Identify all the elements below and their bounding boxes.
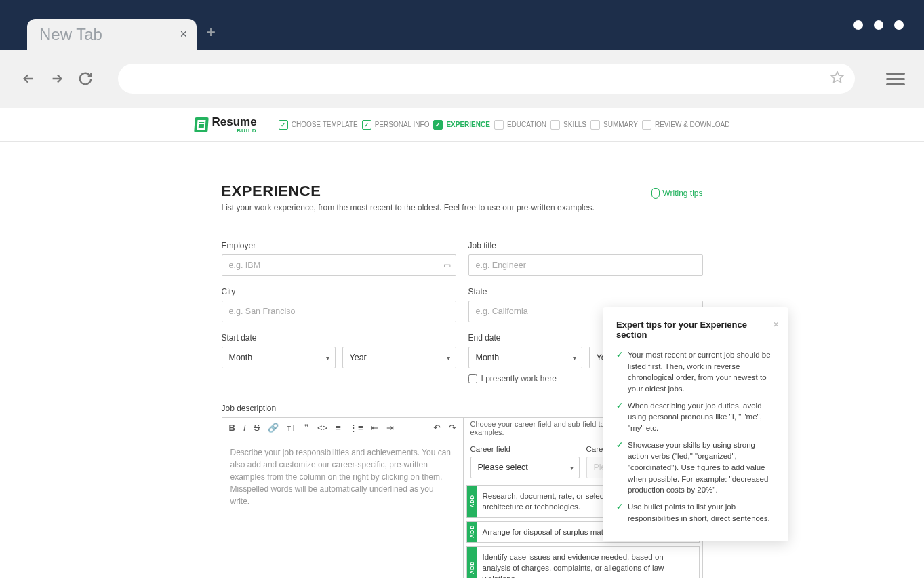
logo[interactable]: Resume BUILD xyxy=(195,115,257,134)
forward-icon[interactable] xyxy=(47,69,66,88)
presently-work-checkbox[interactable] xyxy=(468,374,477,383)
editor-textarea[interactable]: Describe your job responsibilities and a… xyxy=(222,438,463,574)
logo-subtext: BUILD xyxy=(212,128,257,134)
tip-item: Use bullet points to list your job respo… xyxy=(616,501,775,524)
city-input[interactable] xyxy=(222,301,456,322)
contact-card-icon: ▭ xyxy=(443,261,451,270)
tips-title: Expert tips for your Experience section xyxy=(616,320,775,340)
employer-input[interactable] xyxy=(222,254,456,276)
close-icon[interactable]: × xyxy=(773,318,779,330)
menu-icon[interactable] xyxy=(886,73,905,85)
writing-tips-link[interactable]: Writing tips xyxy=(651,188,702,199)
field-employer: Employer ▭ xyxy=(222,241,456,276)
reload-icon[interactable] xyxy=(76,69,95,88)
browser-tab[interactable]: New Tab × xyxy=(27,19,197,50)
example-item[interactable]: ADD Identify case issues and evidence ne… xyxy=(466,546,700,578)
page-title: EXPERIENCE xyxy=(222,182,703,200)
field-city: City xyxy=(222,287,456,322)
window-dot[interactable] xyxy=(874,20,883,30)
svg-marker-0 xyxy=(832,72,843,83)
outdent-icon[interactable]: ⇤ xyxy=(371,423,378,433)
bullet-list-icon[interactable]: ≡ xyxy=(336,423,341,433)
step-personal-info[interactable]: PERSONAL INFO xyxy=(362,120,430,130)
logo-icon xyxy=(194,117,209,132)
add-example-button[interactable]: ADD xyxy=(467,547,477,578)
step-choose-template[interactable]: CHOOSE TEMPLATE xyxy=(279,120,358,130)
start-month-select[interactable]: Month xyxy=(222,347,336,368)
field-job-title: Job title xyxy=(468,241,703,276)
redo-icon[interactable]: ↷ xyxy=(449,423,456,433)
add-example-button[interactable]: ADD xyxy=(467,486,477,517)
end-month-select[interactable]: Month xyxy=(468,347,582,368)
field-start-date: Start date Month Year xyxy=(222,333,456,383)
link-icon[interactable]: 🔗 xyxy=(268,423,279,433)
font-size-icon[interactable]: тT xyxy=(287,423,296,433)
quote-icon[interactable]: ❞ xyxy=(304,423,309,433)
site-header: Resume BUILD CHOOSE TEMPLATE PERSONAL IN… xyxy=(0,108,924,142)
page: Resume BUILD CHOOSE TEMPLATE PERSONAL IN… xyxy=(0,108,924,578)
browser-toolbar xyxy=(0,50,924,108)
tips-list: Your most recent or current job should b… xyxy=(616,349,775,524)
job-title-label: Job title xyxy=(468,241,703,250)
strikethrough-icon[interactable]: S xyxy=(254,423,260,433)
presently-work-label: I presently work here xyxy=(481,374,557,383)
city-label: City xyxy=(222,287,456,296)
employer-label: Employer xyxy=(222,241,456,250)
step-review[interactable]: REVIEW & DOWNLOAD xyxy=(642,120,730,130)
state-label: State xyxy=(468,287,703,296)
tip-item: Your most recent or current job should b… xyxy=(616,349,775,395)
undo-icon[interactable]: ↶ xyxy=(433,423,441,433)
editor-panel: B I S 🔗 тT ❞ <> ≡ ⋮≡ ⇤ ⇥ ↶ ↷ xyxy=(222,418,464,578)
step-skills[interactable]: SKILLS xyxy=(550,120,586,130)
career-field-label: Career field xyxy=(470,445,580,453)
logo-text: Resume xyxy=(212,115,257,128)
indent-icon[interactable]: ⇥ xyxy=(386,423,394,433)
step-experience[interactable]: EXPERIENCE xyxy=(433,120,489,130)
step-summary[interactable]: SUMMARY xyxy=(590,120,638,130)
window-dot[interactable] xyxy=(894,20,904,30)
browser-tab-strip: New Tab × + xyxy=(0,0,924,50)
close-icon[interactable]: × xyxy=(180,27,187,41)
start-date-label: Start date xyxy=(222,333,456,343)
progress-steps: CHOOSE TEMPLATE PERSONAL INFO EXPERIENCE… xyxy=(279,120,730,130)
start-year-select[interactable]: Year xyxy=(342,347,456,368)
italic-icon[interactable]: I xyxy=(243,423,246,433)
add-example-button[interactable]: ADD xyxy=(467,522,477,542)
bold-icon[interactable]: B xyxy=(229,423,235,433)
new-tab-button[interactable]: + xyxy=(206,22,216,41)
tip-item: Showcase your skills by using strong act… xyxy=(616,440,775,496)
tab-title: New Tab xyxy=(39,25,102,44)
tip-item: When describing your job duties, avoid u… xyxy=(616,400,775,434)
editor-toolbar: B I S 🔗 тT ❞ <> ≡ ⋮≡ ⇤ ⇥ ↶ ↷ xyxy=(222,418,463,438)
writing-tips-popup: Expert tips for your Experience section … xyxy=(603,307,788,541)
career-field-select[interactable]: Please select xyxy=(470,457,580,478)
page-subtitle: List your work experience, from the most… xyxy=(222,203,703,212)
step-education[interactable]: EDUCATION xyxy=(494,120,546,130)
back-icon[interactable] xyxy=(19,69,38,88)
code-icon[interactable]: <> xyxy=(317,423,327,433)
address-bar[interactable] xyxy=(118,64,855,94)
bookmark-icon[interactable] xyxy=(830,71,844,87)
number-list-icon[interactable]: ⋮≡ xyxy=(349,423,363,433)
job-title-input[interactable] xyxy=(468,254,703,276)
window-controls xyxy=(853,20,904,30)
window-dot[interactable] xyxy=(853,20,863,30)
